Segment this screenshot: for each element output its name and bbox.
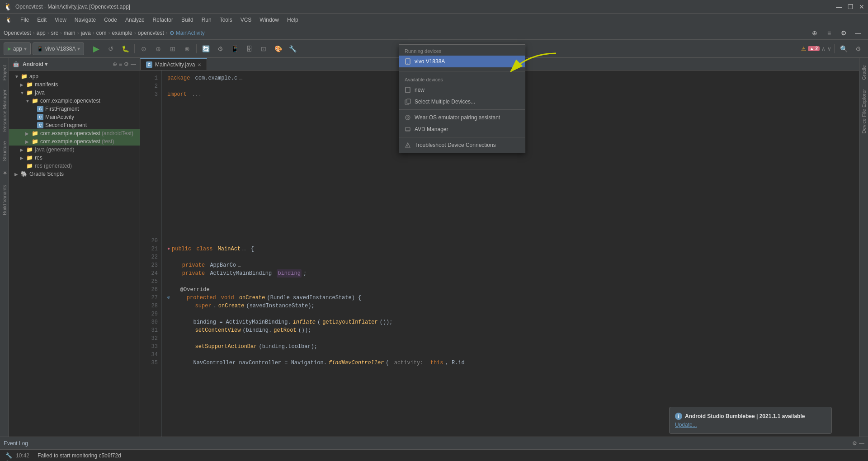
breadcrumb-opencvtest[interactable]: Opencvtest	[4, 30, 31, 36]
settings-button[interactable]: ⚙	[852, 42, 864, 55]
tree-item-mainactivity[interactable]: C MainActivity	[9, 113, 140, 121]
breadcrumb-com[interactable]: com	[96, 30, 107, 36]
title-bar: 🐧 Opencvtest - MainActivity.java [Opencv…	[0, 0, 868, 14]
run-config-selector[interactable]: ▶ app ▾	[4, 42, 31, 55]
folder-icon-java-gen: 📁	[26, 146, 33, 153]
nav-settings-btn[interactable]: ⚙	[837, 27, 850, 39]
tree-item-secondfragment[interactable]: C SecondFragment	[9, 121, 140, 129]
layout-btn[interactable]: ⊡	[257, 42, 270, 55]
avd-button[interactable]: 📱	[228, 42, 241, 55]
error-indicator[interactable]: ⚠ ▲ 2 ∧ ∨	[801, 46, 831, 52]
notif-update-link[interactable]: Update...	[675, 422, 697, 428]
menu-run[interactable]: Run	[198, 15, 215, 25]
menu-edit[interactable]: Edit	[33, 15, 50, 25]
tree-item-gradle[interactable]: ▶ 🐘 Gradle Scripts	[9, 170, 140, 178]
maximize-button[interactable]: ❐	[848, 3, 854, 10]
menu-code[interactable]: Code	[100, 15, 121, 25]
tree-item-res[interactable]: ▶ 📁 res	[9, 154, 140, 162]
search-button[interactable]: 🔍	[837, 42, 850, 55]
bottom-panel-minimize[interactable]: —	[859, 440, 864, 447]
tree-item-res-generated[interactable]: 📁 res (generated)	[9, 162, 140, 170]
breadcrumb-opencvtest2[interactable]: opencvtest	[138, 30, 164, 36]
tree-item-com-example[interactable]: ▼ 📁 com.example.opencvtest	[9, 97, 140, 105]
coverage-button[interactable]: ⊙	[137, 42, 150, 55]
device-selector[interactable]: 📱 vivo V1838A ▾	[33, 42, 84, 55]
tree-item-java-generated[interactable]: ▶ 📁 java (generated)	[9, 146, 140, 154]
project-tree: ▼ 📁 app ▶ 📁 manifests ▼ 📁 java ▼ 📁 com.e…	[9, 71, 140, 437]
db-button[interactable]: 🗄	[243, 42, 255, 55]
error-nav-up[interactable]: ∧	[821, 46, 826, 52]
line-numbers: 1 2 3 20 21 22 23 24 25 26 27 28 29 30 3…	[140, 71, 162, 437]
panel-icon-collapse[interactable]: ≡	[119, 61, 122, 67]
run-button[interactable]: ▶	[90, 42, 103, 55]
sync-button[interactable]: 🔄	[199, 42, 212, 55]
tools-btn[interactable]: 🔧	[286, 42, 299, 55]
breadcrumb-main[interactable]: main	[64, 30, 75, 36]
refresh-button[interactable]: ↺	[104, 42, 117, 55]
breadcrumb-java[interactable]: java	[81, 30, 91, 36]
editor-tab-close[interactable]: ✕	[198, 62, 201, 67]
dropdown-item-vivo[interactable]: vivo V1838A	[399, 56, 525, 67]
tree-label-test: com.example.opencvtest (test)	[40, 138, 114, 145]
menu-navigate[interactable]: Navigate	[71, 15, 99, 25]
sidebar-tab-device-file[interactable]: Device File Explorer	[860, 85, 868, 137]
sdk-button[interactable]: ⚙	[214, 42, 226, 55]
svg-point-5	[406, 115, 410, 120]
tree-item-androidtest[interactable]: ▶ 📁 com.example.opencvtest (androidTest)	[9, 129, 140, 137]
sidebar-tab-resource[interactable]: Resource Manager	[1, 86, 8, 136]
nav-back-btn[interactable]: ⊕	[808, 27, 821, 39]
code-line-33: setSupportActionBar(binding.toolbar);	[167, 343, 854, 351]
bottom-panel-settings[interactable]: ⚙	[852, 440, 857, 447]
dropdown-item-multiple[interactable]: Select Multiple Devices...	[399, 96, 525, 108]
sidebar-tab-project[interactable]: Project	[1, 61, 8, 84]
tree-label-mainactivity: MainActivity	[45, 114, 74, 120]
sidebar-tab-structure[interactable]: Structure	[1, 137, 8, 165]
menu-view[interactable]: View	[51, 15, 70, 25]
nav-list-btn[interactable]: ≡	[823, 27, 835, 39]
tree-item-app[interactable]: ▼ 📁 app	[9, 72, 140, 80]
device-dropdown: Running devices vivo V1838A Available de…	[399, 44, 525, 153]
sidebar-tab-buildvariants[interactable]: Build Variants	[1, 181, 8, 219]
menu-tools[interactable]: Tools	[216, 15, 236, 25]
dropdown-item-avd[interactable]: AVD Manager	[399, 123, 525, 135]
menu-file[interactable]: File	[17, 15, 33, 25]
menu-build[interactable]: Build	[178, 15, 197, 25]
sidebar-tab-gradle[interactable]: Gradle	[860, 61, 868, 84]
breadcrumb-src[interactable]: src	[51, 30, 58, 36]
panel-icon-settings[interactable]: ⚙	[124, 61, 129, 67]
log-entry-1: 🔧 10:42 Failed to start monitoring c5b6f…	[5, 452, 863, 460]
tree-item-test[interactable]: ▶ 📁 com.example.opencvtest (test)	[9, 137, 140, 146]
profile-button[interactable]: ⊕	[152, 42, 165, 55]
dropdown-available-section: Available devices new Select Multiple De…	[399, 73, 525, 153]
panel-icon-sync[interactable]: ⊕	[113, 61, 117, 67]
tree-item-java[interactable]: ▼ 📁 java	[9, 89, 140, 97]
minimize-button[interactable]: —	[836, 3, 842, 10]
breadcrumb-example[interactable]: example	[112, 30, 132, 36]
panel-icon-minimize[interactable]: —	[131, 61, 136, 67]
tree-label-secondfragment: SecondFragment	[45, 122, 87, 128]
editor-tab-mainactivity[interactable]: C MainActivity.java ✕	[140, 58, 207, 70]
dropdown-item-new[interactable]: new	[399, 84, 525, 96]
breadcrumb-mainactivity[interactable]: MainActivity	[176, 30, 205, 36]
menu-refactor[interactable]: Refactor	[149, 15, 177, 25]
error-nav-down[interactable]: ∨	[827, 46, 831, 52]
menu-vcs[interactable]: VCS	[237, 15, 255, 25]
breadcrumb-app[interactable]: app	[37, 30, 46, 36]
tree-item-firstfragment[interactable]: C FirstFragment	[9, 105, 140, 113]
sidebar-tab-bookmarks[interactable]: ★	[0, 166, 8, 179]
menu-help[interactable]: Help	[283, 15, 302, 25]
menu-android-icon[interactable]: 🐧	[2, 15, 16, 25]
theme-btn[interactable]: 🎨	[272, 42, 284, 55]
close-button[interactable]: ✕	[859, 3, 864, 10]
menu-analyze[interactable]: Analyze	[122, 15, 148, 25]
dropdown-item-troubleshoot[interactable]: Troubleshoot Device Connections	[399, 139, 525, 151]
dropdown-troubleshoot-label: Troubleshoot Device Connections	[415, 142, 496, 148]
attach-button[interactable]: ⊞	[166, 42, 179, 55]
dropdown-available-label: Available devices	[399, 75, 525, 84]
dropdown-item-wearos[interactable]: Wear OS emulator pairing assistant	[399, 112, 525, 123]
stop-button[interactable]: ⊗	[181, 42, 193, 55]
menu-window[interactable]: Window	[256, 15, 283, 25]
nav-minimize-btn[interactable]: —	[852, 27, 864, 39]
debug-button[interactable]: 🐛	[119, 42, 132, 55]
tree-item-manifests[interactable]: ▶ 📁 manifests	[9, 80, 140, 89]
